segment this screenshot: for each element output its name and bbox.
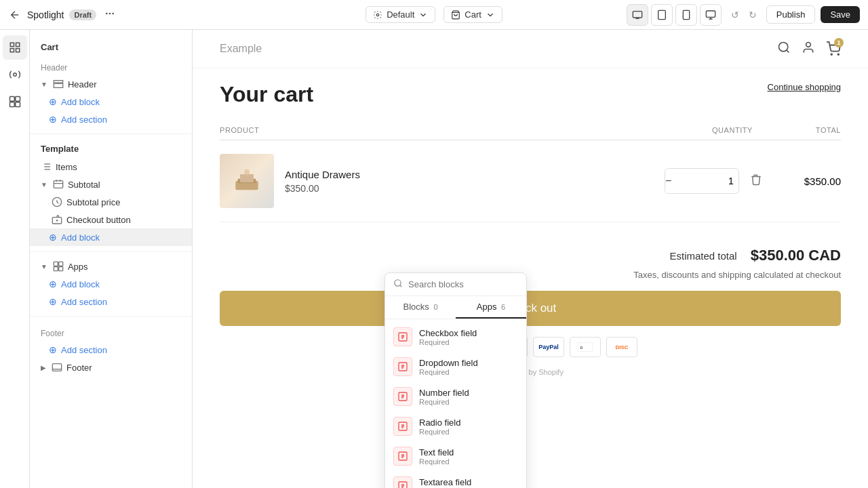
svg-rect-9 [706, 11, 715, 17]
block-item-name: Checkbox field [419, 328, 477, 338]
svg-point-38 [831, 54, 832, 55]
apps-icon[interactable] [3, 89, 27, 114]
block-item-required: Required [419, 368, 478, 376]
save-button[interactable]: Save [821, 6, 860, 23]
apps-item[interactable]: ▼ Apps [30, 258, 192, 275]
theme-settings-icon[interactable] [3, 62, 27, 87]
viewport-icons [627, 4, 722, 26]
apps-add-block-link[interactable]: ⊕ Add block [30, 275, 192, 293]
svg-rect-15 [9, 97, 14, 102]
diners-icon: D [570, 337, 601, 357]
apps-tab[interactable]: Apps 6 [456, 296, 526, 319]
svg-rect-4 [633, 11, 642, 17]
block-list-item[interactable]: Number field Required [385, 382, 526, 411]
delete-item-btn[interactable] [750, 174, 762, 188]
block-list-item[interactable]: Checkbox field Required [385, 322, 526, 352]
draft-badge: Draft [69, 9, 96, 20]
block-item-name: Text field [419, 447, 454, 458]
item-name: Antique Drawers [285, 169, 665, 180]
zoom-btn[interactable] [700, 4, 722, 26]
topbar-center: Default Cart [366, 6, 502, 23]
divider-1 [30, 134, 192, 134]
svg-point-1 [109, 12, 111, 14]
subtotal-price-item[interactable]: Subtotal price [30, 193, 192, 211]
undo-redo-group: ↺ ↻ [727, 7, 761, 23]
divider-2 [30, 251, 192, 252]
qty-input[interactable] [671, 176, 739, 186]
header-add-section-link[interactable]: ⊕ Add section [30, 110, 192, 128]
blocks-tab[interactable]: Blocks 0 [385, 296, 456, 319]
svg-point-3 [376, 14, 379, 16]
svg-point-45 [244, 169, 250, 175]
svg-rect-12 [10, 49, 14, 52]
cart-title-row: Your cart Continue shopping [220, 82, 841, 107]
cart-summary: Estimated total $350.00 CAD Taxes, disco… [220, 236, 841, 387]
checkout-button[interactable]: Check out [220, 291, 841, 326]
item-image [220, 154, 274, 208]
svg-rect-44 [240, 174, 254, 182]
svg-rect-7 [683, 10, 689, 19]
header-section-label: Header [30, 56, 192, 75]
svg-rect-17 [9, 102, 14, 107]
undo-btn[interactable]: ↺ [727, 7, 743, 23]
search-icon[interactable] [777, 41, 791, 57]
powered-text: Powered by Shopify [220, 368, 841, 376]
back-icon[interactable] [8, 8, 22, 22]
svg-rect-20 [54, 83, 62, 87]
store-logo: Example [220, 43, 262, 55]
block-item-icon [393, 447, 412, 466]
more-button[interactable] [102, 5, 118, 24]
default-dropdown[interactable]: Default [366, 6, 435, 23]
footer-item[interactable]: ▶ Footer [30, 359, 192, 376]
item-total: $350.00 [773, 176, 841, 187]
block-list-item[interactable]: Dropdown field Required [385, 352, 526, 382]
apps-count: 6 [501, 303, 505, 311]
svg-rect-30 [54, 262, 58, 266]
apps-add-section-link[interactable]: ⊕ Add section [30, 293, 192, 310]
header-toggle: ▼ [41, 81, 47, 88]
item-price: $350.00 [285, 183, 665, 194]
svg-rect-5 [658, 10, 665, 19]
cart-icon-badge[interactable]: 1 [826, 41, 841, 57]
desktop-view-btn[interactable] [627, 4, 648, 26]
paypal-icon: PayPal [533, 337, 564, 357]
svg-rect-31 [59, 262, 63, 266]
items-item[interactable]: Items [30, 158, 192, 176]
payment-icons: VISA AMEX PayPal D DISC [220, 337, 841, 357]
footer-add-section-label: Add section [61, 345, 107, 355]
publish-button[interactable]: Publish [766, 5, 816, 24]
continue-shopping-link[interactable]: Continue shopping [768, 82, 841, 92]
subtotal-item[interactable]: ▼ Subtotal [30, 176, 192, 193]
topbar-left: Spotlight Draft [8, 5, 360, 24]
header-add-block-link[interactable]: ⊕ Add block [30, 93, 192, 110]
subtotal-add-block-link[interactable]: ⊕ Add block [30, 228, 192, 246]
header-item[interactable]: ▼ Header [30, 75, 192, 93]
redo-btn[interactable]: ↻ [745, 7, 761, 23]
checkout-button-item[interactable]: Checkout button [30, 211, 192, 228]
svg-rect-11 [16, 43, 19, 46]
svg-rect-10 [10, 43, 14, 46]
plus-icon-5: ⊕ [49, 296, 57, 307]
footer-add-section-link[interactable]: ⊕ Add section [30, 341, 192, 359]
block-list-item[interactable]: Text field Required [385, 441, 526, 471]
estimated-row: Estimated total $350.00 CAD [220, 247, 841, 264]
svg-text:D: D [580, 346, 583, 350]
svg-rect-13 [16, 49, 19, 52]
sections-icon[interactable] [3, 35, 27, 60]
block-list-item[interactable]: Textarea field Required [385, 471, 526, 488]
account-icon[interactable] [802, 41, 815, 57]
header-add-block-label: Add block [61, 97, 100, 107]
apps-add-section-label: Add section [61, 297, 107, 307]
search-blocks-input[interactable] [408, 279, 522, 289]
mobile-view-btn[interactable] [675, 4, 697, 26]
discover-icon: DISC [606, 337, 637, 357]
block-list-item[interactable]: Radio field Required [385, 411, 526, 441]
cart-dropdown[interactable]: Cart [443, 6, 502, 23]
svg-point-37 [806, 43, 811, 47]
block-item-icon [393, 357, 412, 376]
tablet-view-btn[interactable] [651, 4, 673, 26]
svg-rect-18 [15, 102, 20, 107]
qty-decrease-btn[interactable]: − [665, 169, 671, 193]
preview-area: Example 1 Your cart [193, 30, 868, 488]
svg-rect-33 [59, 267, 63, 271]
